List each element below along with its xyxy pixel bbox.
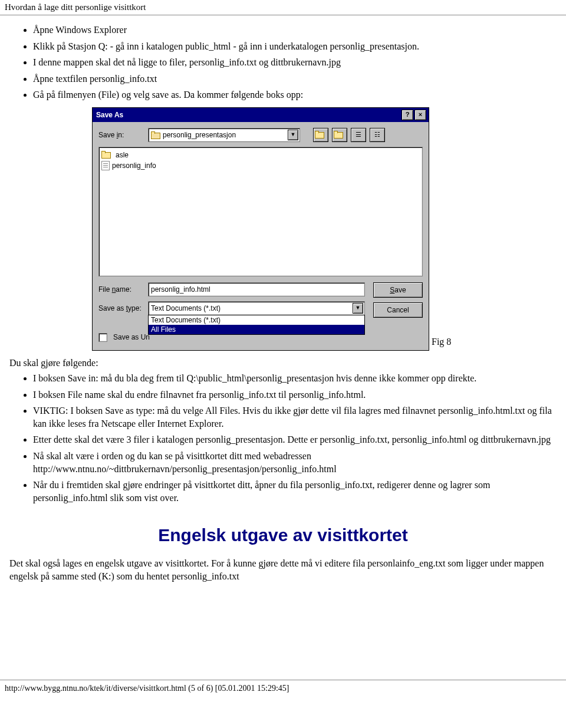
details-view-button[interactable]: ☷ xyxy=(370,128,385,142)
save-button[interactable]: Save xyxy=(373,282,423,298)
footer-text: http://www.bygg.ntnu.no/ktek/it/diverse/… xyxy=(5,684,289,693)
unicode-label: Save as Un xyxy=(113,333,150,341)
dropdown-option-selected[interactable]: All Files xyxy=(149,325,364,334)
text-file-icon xyxy=(101,161,110,170)
file-name-input[interactable]: personlig_info.html xyxy=(148,282,365,297)
list-item: I denne mappen skal det nå ligge to file… xyxy=(33,56,557,69)
list-item: I boksen File name skal du endre filnavn… xyxy=(33,388,557,401)
chevron-down-icon[interactable]: ▼ xyxy=(288,130,298,140)
page-header: Hvordan å lage ditt personlige visittkor… xyxy=(0,0,566,15)
list-item: Når du i fremtiden skal gjøre endringer … xyxy=(33,479,557,504)
dialog-title: Save As xyxy=(96,111,123,119)
list-item: I boksen Save in: må du bla deg frem til… xyxy=(33,372,557,385)
save-in-combo[interactable]: personlig_presentasjon ▼ xyxy=(148,128,300,142)
details-view-icon: ☷ xyxy=(374,131,380,139)
list-item: Nå skal alt være i orden og du kan se på… xyxy=(33,450,557,475)
save-as-dialog: Save As ? × Save in: personlig_presentas… xyxy=(92,107,429,351)
save-as-type-combo[interactable]: Text Documents (*.txt) ▼ xyxy=(148,301,365,315)
list-item: Etter dette skal det være 3 filer i kata… xyxy=(33,433,557,446)
close-button[interactable]: × xyxy=(414,110,426,120)
save-in-label: Save in: xyxy=(98,131,144,139)
open-folder-icon xyxy=(151,131,160,139)
chevron-down-icon[interactable]: ▼ xyxy=(353,303,363,314)
new-folder-button[interactable] xyxy=(332,128,347,142)
list-item: VIKTIG: I boksen Save as type: må du vel… xyxy=(33,404,557,430)
dialog-titlebar: Save As ? × xyxy=(93,108,429,122)
list-item-label: personlig_info xyxy=(112,162,156,170)
list-item: Åpne textfilen personlig_info.txt xyxy=(33,73,557,85)
file-name-label: File name: xyxy=(98,285,144,294)
folder-up-icon xyxy=(315,131,324,139)
page-header-title: Hvordan å lage ditt personlige visittkor… xyxy=(5,2,146,12)
page-footer: http://www.bygg.ntnu.no/ktek/it/diverse/… xyxy=(0,680,566,697)
up-folder-button[interactable] xyxy=(313,128,328,142)
list-item: Klikk på Stasjon Q: - gå inn i katalogen… xyxy=(33,40,557,53)
list-item-folder[interactable]: asle xyxy=(101,150,420,160)
unicode-checkbox[interactable] xyxy=(98,333,107,342)
cancel-button[interactable]: Cancel xyxy=(373,302,423,318)
help-button[interactable]: ? xyxy=(402,110,413,120)
list-item: Åpne Windows Explorer xyxy=(33,24,557,37)
folder-icon xyxy=(101,151,111,159)
list-view-icon: ☰ xyxy=(356,131,361,139)
new-folder-icon xyxy=(334,131,343,139)
save-as-type-label: Save as type: xyxy=(98,304,144,312)
save-as-type-value: Text Documents (*.txt) xyxy=(151,304,221,312)
paragraph: Det skal også lages en engelsk utgave av… xyxy=(9,557,557,582)
list-view-button[interactable]: ☰ xyxy=(351,128,366,142)
dropdown-option[interactable]: Text Documents (*.txt) xyxy=(149,315,364,325)
instruction-list-1: Åpne Windows Explorer Klikk på Stasjon Q… xyxy=(9,24,557,101)
figure-caption: Fig 8 xyxy=(432,337,451,351)
subheading: Du skal gjøre følgende: xyxy=(9,358,557,368)
instruction-list-2: I boksen Save in: må du bla deg frem til… xyxy=(9,372,557,504)
save-as-type-dropdown: Text Documents (*.txt) All Files xyxy=(148,315,365,335)
list-item-file[interactable]: personlig_info xyxy=(101,160,420,171)
list-item-label: asle xyxy=(116,151,129,159)
list-item: Gå på filmenyen (File) og velg save as. … xyxy=(33,88,557,101)
file-listbox[interactable]: asle personlig_info xyxy=(98,147,423,276)
file-name-value: personlig_info.html xyxy=(151,285,210,294)
page-content: Åpne Windows Explorer Klikk på Stasjon Q… xyxy=(0,15,566,597)
save-in-value: personlig_presentasjon xyxy=(163,131,236,139)
section-heading: Engelsk utgave av visittkortet xyxy=(9,525,557,545)
